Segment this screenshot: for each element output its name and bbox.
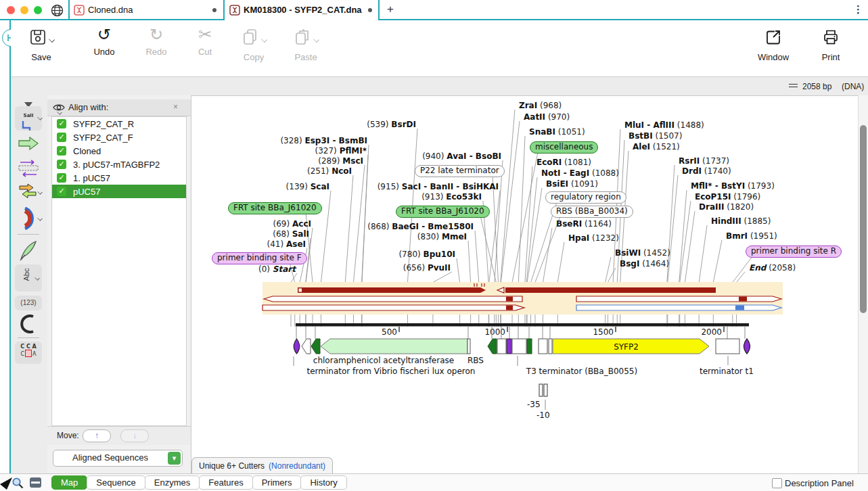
- svg-text:1500: 1500: [593, 327, 614, 337]
- svg-text:500: 500: [382, 327, 397, 337]
- view-tab-sequence[interactable]: Sequence: [87, 475, 145, 490]
- vertical-scrollbar[interactable]: [858, 95, 868, 473]
- svg-text:2000: 2000: [701, 327, 722, 337]
- mouse-cursor: [0, 475, 14, 491]
- bottom-bar: MapSequenceEnzymesFeaturesPrimersHistory…: [0, 473, 868, 491]
- description-panel-label: Description Panel: [785, 478, 854, 488]
- view-tab-map[interactable]: Map: [51, 475, 87, 490]
- cutters-filter-bar: Unique 6+ Cutters (Nonredundant): [191, 457, 333, 473]
- view-tab-enzymes[interactable]: Enzymes: [145, 475, 200, 490]
- view-tab-history[interactable]: History: [300, 475, 346, 490]
- application-window: Cloned.dna KM018300 - SYFP2_CAT.dna + ⋮: [0, 0, 868, 491]
- svg-text:1000: 1000: [484, 327, 505, 337]
- nonredundant-link[interactable]: (Nonredundant): [269, 461, 325, 471]
- view-tab-features[interactable]: Features: [199, 475, 252, 490]
- svg-text:SYFP2: SYFP2: [614, 342, 639, 352]
- split-view-icon[interactable]: [30, 477, 41, 488]
- view-tabs: MapSequenceEnzymesFeaturesPrimersHistory: [51, 475, 346, 490]
- description-panel-checkbox[interactable]: [772, 478, 782, 488]
- plasmid-map-canvas[interactable]: 500100015002000SYFP2: [0, 0, 868, 491]
- view-tab-primers[interactable]: Primers: [252, 475, 302, 490]
- cutters-label: Unique 6+ Cutters: [199, 461, 265, 471]
- scrollbar-thumb[interactable]: [860, 125, 867, 313]
